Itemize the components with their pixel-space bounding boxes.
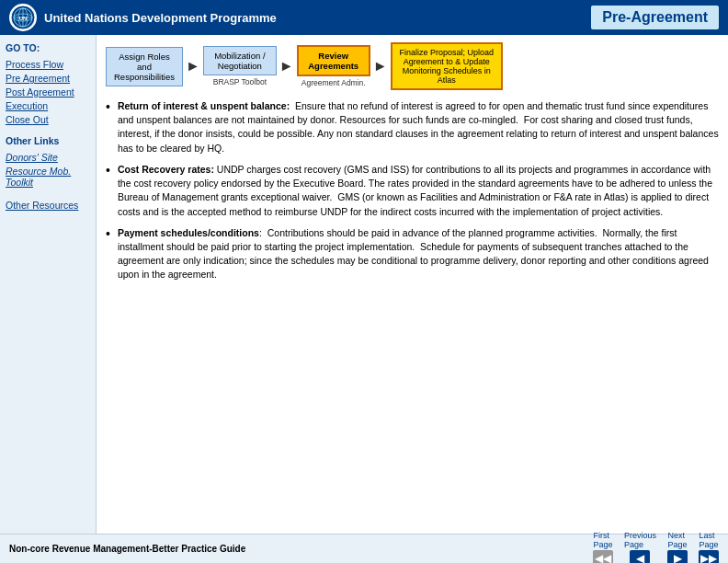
flowchart: Assign RolesandResponsibilities ► Mobili…	[106, 42, 719, 90]
bullet-item-3: • Payment schedules/conditions: Contribu…	[106, 226, 719, 282]
sidebar: GO TO: Process Flow Pre Agreement Post A…	[0, 35, 97, 563]
sidebar-item-other-resources[interactable]: Other Resources	[6, 200, 90, 211]
nav-prev-label: PreviousPage	[624, 531, 656, 549]
sidebar-item-resource-mob[interactable]: Resource Mob.Toolkit	[6, 166, 90, 188]
other-links-title: Other Links	[6, 135, 90, 146]
logo-area: UN United Nations Development Programme	[9, 4, 277, 31]
flow-step-4: Finalize Proposal; UploadAgreement to & …	[391, 42, 504, 90]
flow-box-finalize: Finalize Proposal; UploadAgreement to & …	[391, 42, 504, 90]
nav-next-label: NextPage	[667, 531, 687, 549]
goto-label: GO TO:	[6, 42, 90, 53]
flow-box-assign-roles: Assign RolesandResponsibilities	[106, 47, 183, 86]
flow-sub-brasp: BRASP Toolbot	[213, 77, 267, 86]
nav-first-label: FirstPage	[593, 531, 612, 549]
bullet-dot-1: •	[106, 100, 110, 113]
header-title: United Nations Development Programme	[44, 11, 277, 25]
sidebar-item-pre-agreement[interactable]: Pre Agreement	[6, 73, 90, 84]
sidebar-item-process-flow[interactable]: Process Flow	[6, 59, 90, 70]
footer-nav-area: FirstPage ◀◀ PreviousPage ◀ NextPage ▶ L…	[593, 531, 719, 563]
nav-previous-page[interactable]: PreviousPage ◀	[624, 531, 656, 563]
flow-box-mobilization: Mobilization /Negotiation	[203, 46, 277, 75]
flow-step-3: ReviewAgreements Agreement Admin.	[297, 45, 370, 87]
svg-text:UN: UN	[19, 16, 28, 21]
sidebar-item-execution[interactable]: Execution	[6, 100, 90, 111]
bullet-dot-2: •	[106, 164, 110, 177]
content-area: Assign RolesandResponsibilities ► Mobili…	[97, 35, 728, 563]
nav-first-arrow[interactable]: ◀◀	[593, 550, 613, 563]
flow-arrow-3: ►	[370, 58, 391, 75]
nav-prev-arrow[interactable]: ◀	[630, 550, 650, 563]
bullet-item-1: • Return of interest & unspent balance: …	[106, 99, 719, 155]
nav-next-arrow[interactable]: ▶	[667, 550, 688, 563]
bullet-text-3: Payment schedules/conditions: Contributi…	[118, 226, 719, 282]
sidebar-item-close-out[interactable]: Close Out	[6, 114, 90, 125]
page-header: UN United Nations Development Programme …	[0, 0, 728, 35]
nav-next-page[interactable]: NextPage ▶	[667, 531, 688, 563]
un-logo: UN	[9, 4, 37, 31]
page-footer: Non-core Revenue Management-Better Pract…	[0, 534, 728, 563]
flow-arrow-2: ►	[277, 58, 297, 75]
flow-step-2: Mobilization /Negotiation BRASP Toolbot	[203, 46, 277, 86]
flow-arrow-1: ►	[183, 58, 203, 75]
nav-last-page[interactable]: LastPage ▶▶	[699, 531, 719, 563]
nav-last-label: LastPage	[699, 531, 718, 549]
bullet-item-2: • Cost Recovery rates: UNDP charges cost…	[106, 163, 719, 219]
sidebar-item-donors-site[interactable]: Donors' Site	[6, 152, 90, 163]
bullet-text-1: Return of interest & unspent balance: En…	[118, 99, 719, 155]
bullet-text-2: Cost Recovery rates: UNDP charges cost r…	[118, 163, 719, 219]
main-layout: GO TO: Process Flow Pre Agreement Post A…	[0, 35, 728, 563]
flow-step-1: Assign RolesandResponsibilities	[106, 47, 183, 86]
nav-first-page[interactable]: FirstPage ◀◀	[593, 531, 613, 563]
flow-sub-agreement-admin: Agreement Admin.	[301, 78, 366, 87]
bullet-dot-3: •	[106, 227, 110, 240]
sidebar-item-post-agreement[interactable]: Post Agreement	[6, 86, 90, 98]
flow-box-review: ReviewAgreements	[297, 45, 370, 76]
nav-last-arrow[interactable]: ▶▶	[699, 550, 719, 563]
page-title-badge: Pre-Agreement	[591, 6, 719, 29]
footer-guide-title: Non-core Revenue Management-Better Pract…	[9, 544, 245, 554]
